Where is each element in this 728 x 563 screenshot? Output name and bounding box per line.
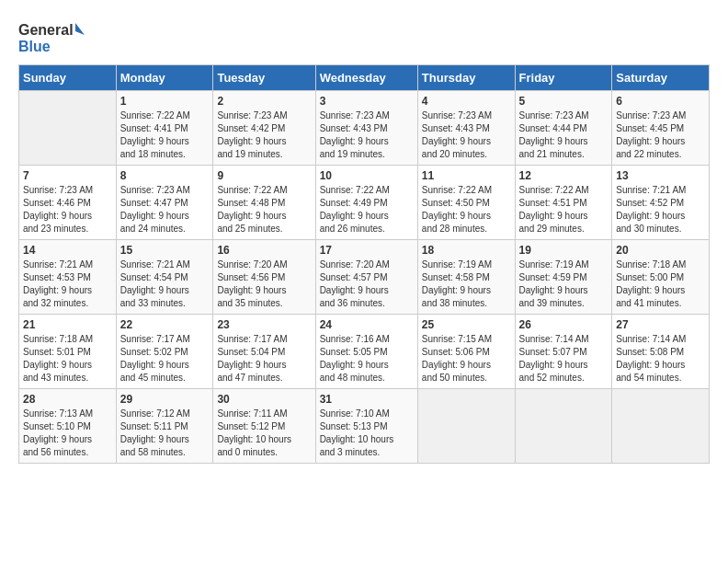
day-detail: Sunrise: 7:23 AM Sunset: 4:44 PM Dayligh… [519,109,609,161]
svg-marker-2 [75,23,85,35]
day-detail: Sunrise: 7:16 AM Sunset: 5:05 PM Dayligh… [320,333,414,385]
calendar-cell: 30Sunrise: 7:11 AM Sunset: 5:12 PM Dayli… [213,389,315,464]
weekday-header-tuesday: Tuesday [213,65,315,91]
calendar-cell: 22Sunrise: 7:17 AM Sunset: 5:02 PM Dayli… [116,315,213,389]
day-detail: Sunrise: 7:14 AM Sunset: 5:07 PM Dayligh… [519,333,609,385]
calendar-cell: 16Sunrise: 7:20 AM Sunset: 4:56 PM Dayli… [213,240,315,315]
day-detail: Sunrise: 7:17 AM Sunset: 5:02 PM Dayligh… [120,333,210,385]
day-number: 12 [519,169,609,182]
calendar-cell: 15Sunrise: 7:21 AM Sunset: 4:54 PM Dayli… [116,240,213,315]
calendar-cell: 28Sunrise: 7:13 AM Sunset: 5:10 PM Dayli… [19,389,117,464]
day-number: 24 [320,318,414,331]
calendar-cell: 13Sunrise: 7:21 AM Sunset: 4:52 PM Dayli… [612,166,710,240]
day-number: 17 [320,244,414,257]
calendar-cell: 21Sunrise: 7:18 AM Sunset: 5:01 PM Dayli… [19,315,117,389]
week-row-5: 28Sunrise: 7:13 AM Sunset: 5:10 PM Dayli… [19,389,710,464]
calendar-cell: 8Sunrise: 7:23 AM Sunset: 4:47 PM Daylig… [116,166,213,240]
day-detail: Sunrise: 7:23 AM Sunset: 4:47 PM Dayligh… [120,184,210,236]
day-number: 6 [616,95,705,108]
day-detail: Sunrise: 7:21 AM Sunset: 4:54 PM Dayligh… [120,259,210,310]
calendar-cell: 1Sunrise: 7:22 AM Sunset: 4:41 PM Daylig… [116,91,213,166]
calendar-cell: 17Sunrise: 7:20 AM Sunset: 4:57 PM Dayli… [315,240,417,315]
day-number: 21 [23,318,112,331]
day-number: 20 [616,244,705,257]
day-detail: Sunrise: 7:14 AM Sunset: 5:08 PM Dayligh… [616,333,705,385]
weekday-header-saturday: Saturday [612,65,710,91]
day-detail: Sunrise: 7:15 AM Sunset: 5:06 PM Dayligh… [422,333,511,385]
week-row-4: 21Sunrise: 7:18 AM Sunset: 5:01 PM Dayli… [19,315,710,389]
day-detail: Sunrise: 7:23 AM Sunset: 4:43 PM Dayligh… [320,109,414,161]
calendar-cell: 12Sunrise: 7:22 AM Sunset: 4:51 PM Dayli… [515,166,612,240]
day-detail: Sunrise: 7:23 AM Sunset: 4:45 PM Dayligh… [616,109,705,161]
day-detail: Sunrise: 7:22 AM Sunset: 4:48 PM Dayligh… [217,184,311,236]
day-detail: Sunrise: 7:23 AM Sunset: 4:42 PM Dayligh… [217,109,311,161]
logo: GeneralBlue [18,18,92,55]
weekday-header-wednesday: Wednesday [315,65,417,91]
day-detail: Sunrise: 7:10 AM Sunset: 5:13 PM Dayligh… [320,408,414,459]
calendar-cell: 11Sunrise: 7:22 AM Sunset: 4:50 PM Dayli… [417,166,515,240]
calendar-cell [612,389,710,464]
day-number: 16 [217,244,311,257]
day-detail: Sunrise: 7:18 AM Sunset: 5:00 PM Dayligh… [616,259,705,310]
calendar-cell: 5Sunrise: 7:23 AM Sunset: 4:44 PM Daylig… [515,91,612,166]
day-number: 25 [422,318,511,331]
day-detail: Sunrise: 7:22 AM Sunset: 4:41 PM Dayligh… [120,109,210,161]
day-number: 26 [519,318,609,331]
calendar-cell: 26Sunrise: 7:14 AM Sunset: 5:07 PM Dayli… [515,315,612,389]
day-detail: Sunrise: 7:19 AM Sunset: 4:59 PM Dayligh… [519,259,609,310]
day-detail: Sunrise: 7:20 AM Sunset: 4:56 PM Dayligh… [217,259,311,310]
day-number: 4 [422,95,511,108]
calendar-cell: 24Sunrise: 7:16 AM Sunset: 5:05 PM Dayli… [315,315,417,389]
calendar-cell: 25Sunrise: 7:15 AM Sunset: 5:06 PM Dayli… [417,315,515,389]
week-row-2: 7Sunrise: 7:23 AM Sunset: 4:46 PM Daylig… [19,166,710,240]
day-detail: Sunrise: 7:17 AM Sunset: 5:04 PM Dayligh… [217,333,311,385]
day-detail: Sunrise: 7:19 AM Sunset: 4:58 PM Dayligh… [422,259,511,310]
calendar-cell: 2Sunrise: 7:23 AM Sunset: 4:42 PM Daylig… [213,91,315,166]
day-number: 30 [217,393,311,406]
day-number: 22 [120,318,210,331]
day-number: 15 [120,244,210,257]
day-detail: Sunrise: 7:18 AM Sunset: 5:01 PM Dayligh… [23,333,112,385]
day-number: 14 [23,244,112,257]
day-number: 11 [422,169,511,182]
day-detail: Sunrise: 7:22 AM Sunset: 4:51 PM Dayligh… [519,184,609,236]
day-number: 28 [23,393,112,406]
calendar-cell: 9Sunrise: 7:22 AM Sunset: 4:48 PM Daylig… [213,166,315,240]
day-detail: Sunrise: 7:13 AM Sunset: 5:10 PM Dayligh… [23,408,112,459]
calendar-cell: 29Sunrise: 7:12 AM Sunset: 5:11 PM Dayli… [116,389,213,464]
day-detail: Sunrise: 7:22 AM Sunset: 4:49 PM Dayligh… [320,184,414,236]
day-number: 10 [320,169,414,182]
week-row-1: 1Sunrise: 7:22 AM Sunset: 4:41 PM Daylig… [19,91,710,166]
weekday-header-thursday: Thursday [417,65,515,91]
calendar-cell: 31Sunrise: 7:10 AM Sunset: 5:13 PM Dayli… [315,389,417,464]
calendar-cell: 14Sunrise: 7:21 AM Sunset: 4:53 PM Dayli… [19,240,117,315]
calendar-cell: 23Sunrise: 7:17 AM Sunset: 5:04 PM Dayli… [213,315,315,389]
calendar-cell: 19Sunrise: 7:19 AM Sunset: 4:59 PM Dayli… [515,240,612,315]
day-detail: Sunrise: 7:22 AM Sunset: 4:50 PM Dayligh… [422,184,511,236]
week-row-3: 14Sunrise: 7:21 AM Sunset: 4:53 PM Dayli… [19,240,710,315]
logo-svg: GeneralBlue [18,18,92,55]
calendar-cell: 4Sunrise: 7:23 AM Sunset: 4:43 PM Daylig… [417,91,515,166]
svg-text:General: General [18,22,74,38]
day-number: 5 [519,95,609,108]
calendar-cell: 10Sunrise: 7:22 AM Sunset: 4:49 PM Dayli… [315,166,417,240]
weekday-header-row: SundayMondayTuesdayWednesdayThursdayFrid… [19,65,710,91]
calendar-cell: 3Sunrise: 7:23 AM Sunset: 4:43 PM Daylig… [315,91,417,166]
day-detail: Sunrise: 7:21 AM Sunset: 4:53 PM Dayligh… [23,259,112,310]
day-number: 8 [120,169,210,182]
day-detail: Sunrise: 7:21 AM Sunset: 4:52 PM Dayligh… [616,184,705,236]
weekday-header-sunday: Sunday [19,65,117,91]
day-number: 1 [120,95,210,108]
calendar-table: SundayMondayTuesdayWednesdayThursdayFrid… [18,64,710,464]
page-header: GeneralBlue [18,18,710,55]
day-number: 7 [23,169,112,182]
day-number: 18 [422,244,511,257]
day-number: 29 [120,393,210,406]
svg-text:Blue: Blue [18,39,51,54]
day-detail: Sunrise: 7:20 AM Sunset: 4:57 PM Dayligh… [320,259,414,310]
calendar-cell [417,389,515,464]
calendar-cell: 20Sunrise: 7:18 AM Sunset: 5:00 PM Dayli… [612,240,710,315]
calendar-cell: 7Sunrise: 7:23 AM Sunset: 4:46 PM Daylig… [19,166,117,240]
calendar-cell: 18Sunrise: 7:19 AM Sunset: 4:58 PM Dayli… [417,240,515,315]
weekday-header-monday: Monday [116,65,213,91]
